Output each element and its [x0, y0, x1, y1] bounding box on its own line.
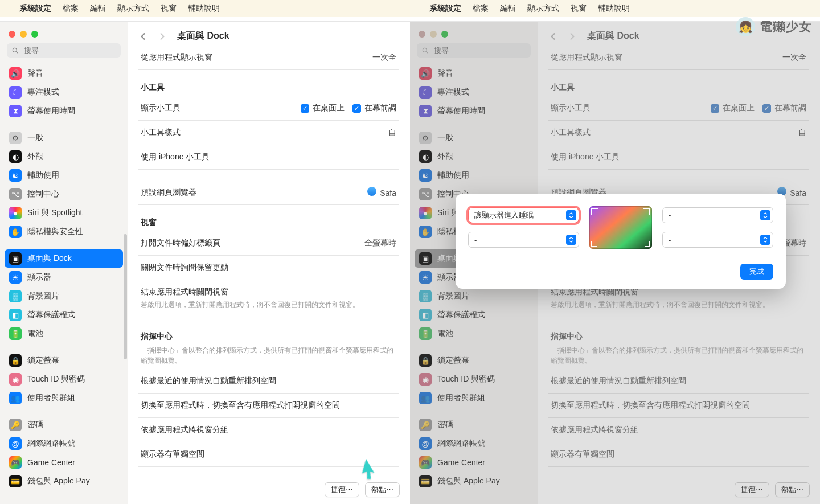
window-traffic-lights[interactable]	[9, 31, 119, 38]
sidebar-item-icon: 🔑	[9, 419, 22, 431]
sidebar-item-label: 網際網路帳號	[27, 439, 75, 449]
sidebar-item[interactable]: ✋隱私權與安全性	[5, 223, 123, 241]
svg-point-0	[13, 48, 17, 52]
svg-line-1	[17, 51, 18, 53]
menubar-item[interactable]: 檔案	[63, 3, 79, 14]
menubar-item[interactable]: 顯示方式	[117, 3, 149, 14]
setting-row-default-browser[interactable]: 預設網頁瀏覽器Safa	[138, 180, 399, 205]
menubar-item[interactable]: 檔案	[473, 3, 489, 14]
screen-thumbnail	[589, 206, 652, 249]
menubar-item[interactable]: 編輯	[500, 3, 516, 14]
section-header: 指揮中心	[138, 317, 399, 345]
sidebar-item-label: 顯示器	[27, 272, 51, 282]
chevron-left-icon	[140, 33, 146, 40]
sidebar: 🔊聲音☾專注模式⧗螢幕使用時間⚙一般◐外觀☯輔助使用⌥控制中心●Siri 與 S…	[0, 22, 128, 504]
search-input[interactable]	[7, 43, 121, 58]
setting-row-close-windows[interactable]: 結束應用程式時關閉視窗 若啟用此選項，重新打開應用程式時，將不會回復已打開的文件…	[138, 280, 399, 317]
menubar-item[interactable]: 視窗	[571, 3, 587, 14]
corner-label: -	[474, 236, 477, 244]
checkbox-desktop[interactable]: ✓在桌面上	[301, 103, 345, 113]
setting-row[interactable]: 依據應用程式將視窗分組	[138, 418, 399, 442]
sidebar-item-label: 外觀	[27, 151, 43, 162]
shortcuts-button[interactable]: 捷徑⋯	[325, 482, 359, 497]
menubar-item[interactable]: 視窗	[161, 3, 177, 14]
menubar: 系統設定 檔案 編輯 顯示方式 視窗 輔助說明	[410, 0, 820, 17]
setting-row-prefer-tabs[interactable]: 打開文件時偏好標籤頁全螢幕時	[138, 231, 399, 256]
menubar: 系統設定 檔案 編輯 顯示方式 視窗 輔助說明	[0, 0, 410, 17]
close-icon[interactable]	[9, 31, 15, 38]
sidebar-item[interactable]: ●Siri 與 Spotlight	[5, 204, 123, 222]
setting-row-widget-style[interactable]: 小工具樣式自	[138, 121, 399, 145]
menubar-app[interactable]: 系統設定	[429, 3, 461, 14]
sidebar-item[interactable]: 🔑密碼	[5, 416, 123, 434]
setting-row[interactable]: 根據最近的使用情況自動重新排列空間	[138, 369, 399, 394]
done-button[interactable]: 完成	[740, 264, 773, 280]
corner-select-top-left[interactable]: 讓顯示器進入睡眠	[468, 207, 579, 223]
scrollbar-thumb[interactable]	[124, 234, 127, 359]
sidebar-item-label: 輔助使用	[27, 170, 59, 181]
menubar-item[interactable]: 顯示方式	[527, 3, 559, 14]
screenshot-left: 系統設定 檔案 編輯 顯示方式 視窗 輔助說明 🔊聲音☾專注模式⧗螢幕使用時間⚙…	[0, 0, 410, 504]
sidebar-item[interactable]: ☾專注模式	[5, 83, 123, 101]
sidebar-item-icon: ▣	[9, 252, 22, 265]
setting-row[interactable]: 切換至應用程式時，切換至含有應用程式打開視窗的空間	[138, 394, 399, 418]
setting-row-ask-keep-changes[interactable]: 關閉文件時詢問保留更動	[138, 256, 399, 280]
menubar-app[interactable]: 系統設定	[19, 3, 51, 14]
sidebar-item[interactable]: @網際網路帳號	[5, 435, 123, 453]
sidebar-item-label: Game Center	[27, 458, 75, 467]
sidebar-item-label: 錢包與 Apple Pay	[27, 476, 90, 486]
hotcorners-button[interactable]: 熱點⋯	[365, 482, 400, 497]
page-title: 桌面與 Dock	[177, 30, 229, 42]
menubar-item[interactable]: 輔助說明	[188, 3, 220, 14]
sidebar-item[interactable]: ☯輔助使用	[5, 166, 123, 185]
sidebar-item-label: Touch ID 與密碼	[27, 374, 85, 384]
sidebar-item[interactable]: ◐外觀	[5, 147, 123, 166]
sidebar-item[interactable]: ⧗螢幕使用時間	[5, 102, 123, 120]
sidebar-list[interactable]: 🔊聲音☾專注模式⧗螢幕使用時間⚙一般◐外觀☯輔助使用⌥控制中心●Siri 與 S…	[0, 63, 128, 504]
sidebar-item[interactable]: 💳錢包與 Apple Pay	[5, 472, 123, 490]
content-body[interactable]: 從應用程式顯示視窗一次全小工具 顯示小工具 ✓在桌面上 ✓在幕前調 小工具樣式自…	[128, 51, 410, 504]
setting-row-iphone-widgets[interactable]: 使用 iPhone 小工具	[138, 145, 399, 170]
sidebar-item[interactable]: ◧螢幕保護程式	[5, 306, 123, 324]
sidebar-item-icon: ⧗	[9, 105, 22, 117]
sidebar-item[interactable]: ▒背景圖片	[5, 287, 123, 305]
sidebar-item-label: 背景圖片	[27, 291, 59, 301]
sidebar-item[interactable]: ☀顯示器	[5, 268, 123, 286]
dropdown-icon	[566, 235, 576, 245]
back-button[interactable]	[135, 28, 151, 44]
sidebar-item[interactable]: ⌥控制中心	[5, 185, 123, 203]
minimize-icon[interactable]	[20, 31, 27, 38]
menubar-item[interactable]: 輔助說明	[598, 3, 630, 14]
sidebar-item-icon: ●	[9, 207, 22, 219]
sidebar-item[interactable]: 🔊聲音	[5, 64, 123, 83]
watermark-text: 電獺少女	[760, 18, 812, 35]
sidebar-item[interactable]: 🔋電池	[5, 325, 123, 343]
forward-button[interactable]	[154, 28, 170, 44]
sidebar-item-label: Siri 與 Spotlight	[27, 208, 82, 218]
sidebar-item-icon: ☯	[9, 169, 22, 182]
watermark-logo-icon: 👧	[736, 17, 755, 36]
search-icon	[11, 47, 19, 55]
sidebar-item[interactable]: ⚙一般	[5, 129, 123, 147]
sidebar-item[interactable]: 🔒鎖定螢幕	[5, 351, 123, 370]
checkbox-stage[interactable]: ✓在幕前調	[352, 103, 396, 113]
sidebar-item[interactable]: ◉Touch ID 與密碼	[5, 370, 123, 388]
dropdown-icon	[760, 235, 770, 245]
sidebar-item[interactable]: ▣桌面與 Dock	[5, 249, 123, 268]
sidebar-item-icon: ◉	[9, 373, 22, 386]
safari-icon	[367, 187, 376, 196]
sidebar-item-label: 一般	[27, 133, 43, 143]
sidebar-item-icon: ▒	[9, 290, 22, 302]
sidebar-item-icon: ☀	[9, 271, 22, 284]
sidebar-item[interactable]: 👥使用者與群組	[5, 389, 123, 407]
corner-select-bottom-right[interactable]: -	[662, 232, 773, 248]
sidebar-item[interactable]: 🎮Game Center	[5, 453, 123, 472]
sidebar-item-icon: 🔒	[9, 354, 22, 367]
zoom-icon[interactable]	[31, 31, 38, 38]
sidebar-item-label: 電池	[27, 329, 43, 339]
menubar-item[interactable]: 編輯	[90, 3, 106, 14]
corner-select-bottom-left[interactable]: -	[468, 232, 579, 248]
corner-select-top-right[interactable]: -	[662, 207, 773, 223]
sidebar-item-icon: 🎮	[9, 456, 22, 469]
content-pane: 桌面與 Dock 從應用程式顯示視窗一次全小工具 顯示小工具 ✓在桌面上 ✓在幕…	[128, 22, 410, 504]
